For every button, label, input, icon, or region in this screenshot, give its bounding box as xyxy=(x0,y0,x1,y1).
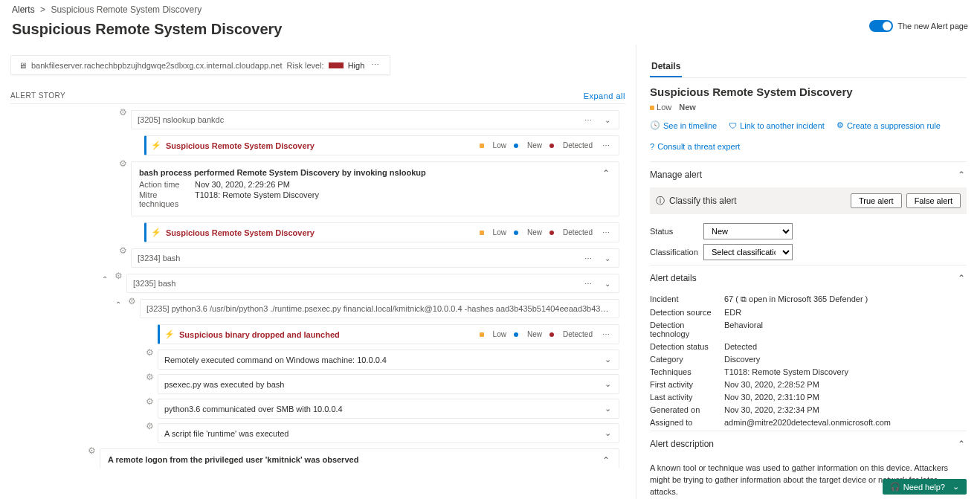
classification-select[interactable]: Select classification... xyxy=(703,244,793,260)
lightning-icon: ⚡ xyxy=(151,228,161,237)
chevron-up-icon[interactable]: ⌃ xyxy=(956,170,967,180)
gear-icon[interactable]: ⚙ xyxy=(141,396,158,407)
last-activity-label: Last activity xyxy=(650,393,724,402)
sev-low: Low xyxy=(493,141,506,149)
create-suppression-link[interactable]: ⚙Create a suppression rule xyxy=(836,120,941,130)
incident-link[interactable]: 67 ( ⧉ open in Microsoft 365 Defender ) xyxy=(724,294,868,304)
gear-icon[interactable]: ⚙ xyxy=(141,421,158,431)
event-title: A remote logon from the privileged user … xyxy=(108,455,358,466)
process-node[interactable]: [3234] bash xyxy=(138,254,181,263)
device-icon: 🖥 xyxy=(19,61,27,70)
sev-new: New xyxy=(527,330,542,338)
new-alert-page-label: The new Alert page xyxy=(897,22,968,30)
true-alert-button[interactable]: True alert xyxy=(851,193,902,208)
chevron-down-icon[interactable]: ⌄ xyxy=(602,116,613,124)
tab-details[interactable]: Details xyxy=(650,58,682,77)
host-name: bankfileserver.rachechbpbzujhdgwqe2sdlxx… xyxy=(31,61,283,70)
lightning-icon: ⚡ xyxy=(151,141,161,150)
technique-link[interactable]: T1018: Remote System Discovery xyxy=(724,367,848,376)
gear-icon[interactable]: ⚙ xyxy=(110,271,126,281)
detail-tabs: Details xyxy=(650,58,967,78)
alert-description-header: Alert description xyxy=(650,439,714,449)
link-incident-link[interactable]: 🛡Link to another incident xyxy=(729,120,825,130)
detection-source-value: EDR xyxy=(724,308,741,317)
alert-title[interactable]: Suspicious binary dropped and launched xyxy=(179,330,340,339)
event-row[interactable]: A script file 'runtime' was executed xyxy=(164,429,288,438)
detail-title: Suspicious Remote System Discovery xyxy=(650,86,967,98)
chevron-up-icon[interactable]: ⌃ xyxy=(956,273,967,283)
alert-story-header: ALERT STORY xyxy=(10,91,65,100)
caret-collapse-icon[interactable]: ⌃ xyxy=(113,296,123,309)
need-help-button[interactable]: 🎧Need help?⌄ xyxy=(883,479,967,495)
mitre-label: Mitre techniques xyxy=(139,190,195,208)
process-node[interactable]: [3205] nslookup bankdc xyxy=(138,115,224,124)
alert-title[interactable]: Suspicious Remote System Discovery xyxy=(166,141,315,150)
chevron-down-icon[interactable]: ⌄ xyxy=(602,280,613,288)
timeline-icon: 🕓 xyxy=(650,120,660,130)
action-time-value: Nov 30, 2020, 2:29:26 PM xyxy=(195,180,290,189)
risk-bar-icon xyxy=(329,62,344,68)
chevron-up-icon[interactable]: ⌃ xyxy=(601,168,611,178)
alert-title[interactable]: Suspicious Remote System Discovery xyxy=(166,228,315,237)
mitre-link[interactable]: T1018: Remote System Discovery xyxy=(195,190,319,208)
expand-all-link[interactable]: Expand all xyxy=(584,91,625,100)
question-icon: ? xyxy=(650,142,654,151)
classification-label: Classification xyxy=(650,248,703,257)
chevron-up-icon[interactable]: ⌃ xyxy=(601,455,611,466)
gear-icon[interactable]: ⚙ xyxy=(123,296,140,306)
first-activity-label: First activity xyxy=(650,380,724,389)
gear-icon[interactable]: ⚙ xyxy=(115,107,131,117)
gear-icon[interactable]: ⚙ xyxy=(141,347,158,358)
last-activity-value: Nov 30, 2020, 2:31:10 PM xyxy=(724,393,819,402)
sev-low: Low xyxy=(493,330,506,338)
terminal-label: Terminal xyxy=(108,467,164,468)
more-icon[interactable]: ⋯ xyxy=(600,141,613,149)
action-time-label: Action time xyxy=(139,180,195,189)
chevron-down-icon[interactable]: ⌄ xyxy=(602,355,613,364)
chevron-down-icon[interactable]: ⌄ xyxy=(602,404,613,413)
chevron-down-icon[interactable]: ⌄ xyxy=(602,254,613,263)
technique-label: Techniques xyxy=(650,367,724,376)
sev-detected: Detected xyxy=(563,228,593,236)
chevron-up-icon[interactable]: ⌃ xyxy=(956,439,967,449)
risk-value: High xyxy=(348,61,365,70)
gear-icon[interactable]: ⚙ xyxy=(115,158,131,169)
more-icon[interactable]: ⋯ xyxy=(600,228,613,236)
breadcrumb-root[interactable]: Alerts xyxy=(12,4,35,15)
first-activity-value: Nov 30, 2020, 2:28:52 PM xyxy=(724,380,819,389)
process-node[interactable]: [3235] python3.6 /usr/bin/python3 ./runt… xyxy=(146,304,613,313)
breadcrumb-sep: > xyxy=(40,4,45,15)
process-node[interactable]: [3235] bash xyxy=(133,279,176,288)
manage-alert-header: Manage alert xyxy=(650,170,702,180)
assigned-to-label: Assigned to xyxy=(650,418,724,427)
event-row[interactable]: python3.6 communicated over SMB with 10.… xyxy=(164,405,343,413)
host-more-icon[interactable]: ⋯ xyxy=(369,60,382,70)
chevron-down-icon[interactable]: ⌄ xyxy=(602,428,613,438)
host-pill[interactable]: 🖥 bankfileserver.rachechbpbzujhdgwqe2sdl… xyxy=(10,55,390,75)
new-alert-page-toggle[interactable] xyxy=(869,20,893,32)
event-row[interactable]: Remotely executed command on Windows mac… xyxy=(164,355,387,364)
chevron-down-icon[interactable]: ⌄ xyxy=(952,482,959,492)
gear-icon[interactable]: ⚙ xyxy=(141,372,158,382)
event-row[interactable]: psexec.py was executed by bash xyxy=(164,380,284,389)
more-icon[interactable]: ⋯ xyxy=(600,330,613,338)
alert-details-header: Alert details xyxy=(650,273,697,283)
gear-icon[interactable]: ⚙ xyxy=(115,245,131,256)
breadcrumb-current: Suspicious Remote System Discovery xyxy=(51,4,202,15)
see-in-timeline-link[interactable]: 🕓See in timeline xyxy=(650,120,717,130)
chevron-down-icon[interactable]: ⌄ xyxy=(602,379,613,389)
incident-label: Incident xyxy=(650,294,724,304)
headset-icon: 🎧 xyxy=(890,482,900,492)
alert-story-tree[interactable]: ⚙ [3205] nslookup bankdc ⋯⌄ ⚡Suspicious … xyxy=(10,103,625,468)
caret-collapse-icon[interactable]: ⌃ xyxy=(100,271,110,283)
gear-icon[interactable]: ⚙ xyxy=(83,445,100,456)
more-icon[interactable]: ⋯ xyxy=(582,116,595,124)
more-icon[interactable]: ⋯ xyxy=(582,280,595,288)
status-select[interactable]: New xyxy=(703,223,793,239)
more-icon[interactable]: ⋯ xyxy=(582,254,595,263)
event-title: bash process performed Remote System Dis… xyxy=(139,168,426,178)
consult-expert-link[interactable]: ?Consult a threat expert xyxy=(650,142,740,151)
false-alert-button[interactable]: False alert xyxy=(906,193,961,208)
detail-sev: Low xyxy=(657,103,671,112)
detection-tech-value: Behavioral xyxy=(724,321,763,338)
